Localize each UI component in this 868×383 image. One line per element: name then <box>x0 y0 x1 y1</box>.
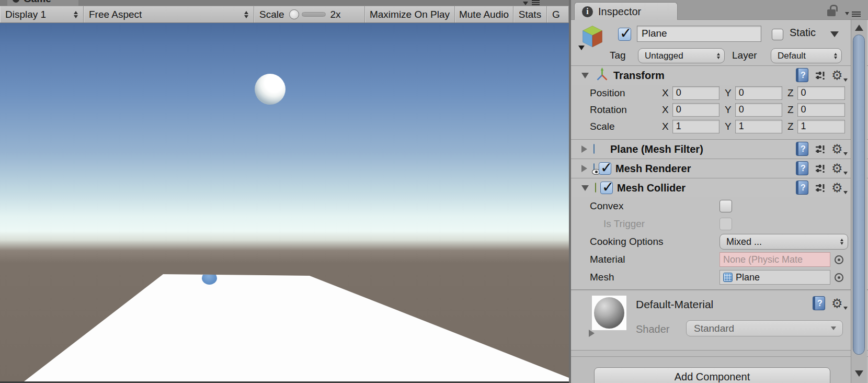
gizmos-button[interactable]: G <box>547 6 569 22</box>
convex-checkbox[interactable] <box>719 200 732 212</box>
object-picker-icon[interactable] <box>835 255 843 264</box>
foldout-closed-icon[interactable] <box>589 330 595 337</box>
help-icon[interactable]: ? <box>796 142 808 156</box>
display-dropdown[interactable]: Display 1 <box>0 6 84 22</box>
scrollbar-thumb[interactable] <box>853 35 865 355</box>
scale-slider-track[interactable] <box>302 12 326 17</box>
add-component-button[interactable]: Add Component <box>594 367 830 383</box>
rotation-x-field[interactable]: 0 <box>672 103 719 117</box>
layer-label: Layer <box>732 50 757 61</box>
static-dropdown-icon[interactable] <box>830 31 839 37</box>
object-picker-icon[interactable] <box>835 273 843 282</box>
mesh-collider-enabled-checkbox[interactable] <box>600 182 613 194</box>
scale-y-field[interactable]: 1 <box>735 120 782 133</box>
gear-icon[interactable]: ⚙ <box>831 297 845 310</box>
unity-editor-window: Game Display 1 Free Aspect Scale 2x <box>0 0 868 383</box>
gizmos-label: G <box>552 9 560 20</box>
gear-icon[interactable]: ⚙ <box>831 162 845 175</box>
preset-icon[interactable] <box>814 70 826 81</box>
stats-button[interactable]: Stats <box>513 6 547 22</box>
cooking-options-dropdown[interactable]: Mixed ... <box>719 234 848 250</box>
inspector-panel-menu[interactable] <box>845 10 861 17</box>
gameobject-name-row: Plane Static <box>571 23 868 46</box>
is-trigger-row: Is Trigger <box>571 215 868 233</box>
game-viewport <box>0 23 569 381</box>
header-icons: ? ⚙ <box>796 142 845 156</box>
shader-dropdown[interactable]: Standard <box>686 320 843 336</box>
material-preview <box>592 296 626 330</box>
help-icon[interactable]: ? <box>813 296 825 310</box>
scroll-down-arrow[interactable] <box>855 370 863 377</box>
help-icon[interactable]: ? <box>796 68 808 82</box>
add-component-label: Add Component <box>675 371 750 383</box>
mesh-renderer-enabled-checkbox[interactable] <box>599 162 611 175</box>
rotation-row: Rotation X0 Y0 Z0 <box>571 102 868 118</box>
panel-divider[interactable] <box>569 0 571 383</box>
mesh-value: Plane <box>736 272 760 283</box>
is-trigger-checkbox[interactable] <box>719 218 732 230</box>
name-input[interactable]: Plane <box>637 26 761 42</box>
header-icons: ? ⚙ <box>796 68 845 82</box>
static-checkbox[interactable] <box>772 29 783 40</box>
gear-icon[interactable]: ⚙ <box>831 69 845 82</box>
mesh-label: Mesh <box>590 272 614 283</box>
position-z-field[interactable]: 0 <box>797 86 845 100</box>
foldout-open-icon[interactable] <box>581 185 589 191</box>
help-icon[interactable]: ? <box>796 161 808 175</box>
layer-value: Default <box>778 51 806 61</box>
mesh-collider-icon <box>595 183 596 193</box>
menu-icon <box>532 0 540 5</box>
tab-game[interactable]: Game <box>7 0 78 6</box>
tag-value: Untagged <box>645 51 683 61</box>
position-row: Position X0 Y0 Z0 <box>571 85 868 102</box>
preset-icon[interactable] <box>814 182 826 194</box>
rotation-z-field[interactable]: 0 <box>797 103 845 117</box>
position-y-field[interactable]: 0 <box>735 86 782 100</box>
gear-icon[interactable]: ⚙ <box>831 181 845 195</box>
aspect-dropdown[interactable]: Free Aspect <box>84 6 254 22</box>
maximize-on-play-button[interactable]: Maximize On Play <box>365 6 455 22</box>
material-row: Material None (Physic Mate <box>571 251 868 268</box>
scale-x-field[interactable]: 1 <box>672 120 719 133</box>
material-title: Default-Material <box>636 298 713 311</box>
rotation-y-field[interactable]: 0 <box>735 103 782 117</box>
layer-dropdown[interactable]: Default <box>771 48 842 63</box>
game-panel: Game Display 1 Free Aspect Scale 2x <box>0 0 569 383</box>
physic-material-field[interactable]: None (Physic Mate <box>719 252 830 267</box>
preset-icon[interactable] <box>814 143 826 155</box>
mesh-mini-icon <box>723 273 733 282</box>
preset-icon[interactable] <box>814 163 826 174</box>
tag-dropdown[interactable]: Untagged <box>638 48 725 63</box>
rotation-label: Rotation <box>590 104 662 116</box>
mesh-field[interactable]: Plane <box>719 270 830 285</box>
lock-icon[interactable] <box>827 9 836 16</box>
game-tab-strip: Game <box>0 0 569 6</box>
position-label: Position <box>590 87 662 99</box>
axis-y-label: Y <box>725 87 732 99</box>
scale-slider-group: Scale 2x <box>254 6 365 22</box>
gear-icon[interactable]: ⚙ <box>831 142 845 156</box>
position-x-field[interactable]: 0 <box>672 86 719 100</box>
shader-value: Standard <box>694 323 734 334</box>
inspector-tab-label: Inspector <box>598 6 641 18</box>
header-icons: ? ⚙ <box>796 181 845 195</box>
blue-ball <box>202 272 217 285</box>
scale-z-field[interactable]: 1 <box>797 120 845 133</box>
axis-y-label: Y <box>725 104 732 116</box>
foldout-open-icon[interactable] <box>581 73 589 78</box>
gameobject-icon[interactable] <box>580 24 604 48</box>
cube-icon <box>580 24 604 48</box>
mute-audio-button[interactable]: Mute Audio <box>455 6 513 22</box>
scroll-up-arrow[interactable] <box>855 25 863 31</box>
foldout-closed-icon[interactable] <box>581 165 587 172</box>
help-icon[interactable]: ? <box>796 181 808 195</box>
tab-inspector[interactable]: i Inspector <box>574 2 678 20</box>
active-checkbox[interactable] <box>618 28 631 41</box>
game-panel-menu[interactable] <box>523 0 540 5</box>
scale-slider-knob[interactable] <box>289 9 299 19</box>
axis-z-label: Z <box>787 104 794 116</box>
foldout-closed-icon[interactable] <box>581 145 587 153</box>
updown-arrows-icon <box>717 53 720 59</box>
display-dropdown-label: Display 1 <box>5 9 46 20</box>
physic-material-value: None (Physic Mate <box>723 254 803 265</box>
